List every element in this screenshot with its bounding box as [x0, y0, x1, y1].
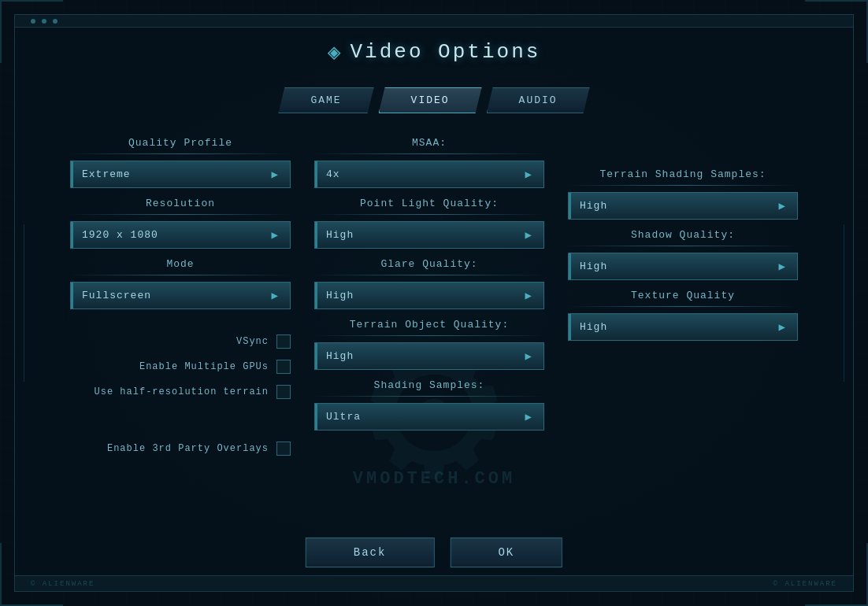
shadow-quality-dropdown[interactable]: High ▶	[568, 253, 798, 280]
quality-profile-label: Quality Profile	[70, 137, 291, 149]
mode-value: Fullscreen	[82, 290, 151, 301]
content-area: ◈ Video Options GAME VIDEO AUDIO Quality…	[15, 15, 853, 490]
main-window: ⚙ VMODTECH.COM ◈ Video Options GAME VIDE…	[14, 14, 854, 592]
texture-quality-label: Texture Quality	[568, 290, 798, 301]
terrain-shading-dropdown[interactable]: High ▶	[568, 192, 798, 220]
texture-quality-dropdown[interactable]: High ▶	[568, 313, 798, 341]
half-res-row: Use half-resolution terrain	[70, 385, 291, 399]
point-light-arrow: ▶	[525, 228, 532, 242]
terrain-object-dropdown[interactable]: High ▶	[314, 342, 544, 370]
right-divider-2	[568, 246, 798, 246]
back-button[interactable]: Back	[306, 538, 435, 567]
page-title: Video Options	[351, 40, 541, 64]
shadow-quality-value: High	[580, 261, 607, 272]
options-grid: Quality Profile Extreme ▶ Resolution 192…	[54, 137, 814, 467]
shadow-quality-arrow: ▶	[779, 260, 786, 273]
mode-arrow: ▶	[272, 289, 279, 302]
quality-profile-value: Extreme	[82, 168, 131, 180]
shading-samples-label: Shading Samples:	[314, 379, 544, 391]
multiple-gpus-label: Enable Multiple GPUs	[139, 361, 269, 372]
msaa-dropdown[interactable]: 4x ▶	[314, 161, 544, 188]
msaa-label: MSAA:	[314, 137, 544, 149]
vsync-checkbox[interactable]	[276, 334, 291, 349]
tab-video[interactable]: VIDEO	[379, 87, 482, 113]
tab-game[interactable]: GAME	[278, 87, 373, 113]
right-spacer-1	[568, 137, 798, 153]
spacer-1	[70, 319, 291, 334]
glare-label: Glare Quality:	[314, 258, 544, 270]
bottom-bar: © ALIENWARE © ALIENWARE	[15, 575, 853, 591]
bottom-bar-right: © ALIENWARE	[773, 580, 837, 588]
quality-profile-arrow: ▶	[272, 168, 279, 181]
third-party-checkbox[interactable]	[276, 442, 291, 456]
mid-divider-2	[314, 214, 544, 215]
quality-profile-dropdown[interactable]: Extreme ▶	[70, 161, 291, 188]
terrain-object-value: High	[326, 350, 354, 362]
vsync-label: VSync	[236, 336, 269, 347]
mode-label: Mode	[70, 258, 291, 270]
right-divider-3	[568, 306, 798, 307]
terrain-shading-label: Terrain Shading Samples:	[568, 168, 798, 180]
vsync-row: VSync	[70, 334, 291, 349]
glare-arrow: ▶	[525, 289, 532, 302]
tab-audio[interactable]: AUDIO	[487, 87, 590, 113]
point-light-label: Point Light Quality:	[314, 198, 544, 209]
terrain-object-label: Terrain Object Quality:	[314, 319, 544, 331]
right-column: Terrain Shading Samples: High ▶ Shadow Q…	[568, 137, 798, 467]
multiple-gpus-checkbox[interactable]	[276, 360, 291, 374]
resolution-dropdown[interactable]: 1920 x 1080 ▶	[70, 221, 291, 249]
texture-quality-value: High	[580, 321, 607, 333]
left-column: Quality Profile Extreme ▶ Resolution 192…	[70, 137, 291, 467]
msaa-value: 4x	[326, 168, 340, 180]
glare-dropdown[interactable]: High ▶	[314, 282, 544, 309]
right-spacer-2	[568, 153, 798, 168]
header: ◈ Video Options	[54, 39, 814, 65]
divider-2	[70, 214, 291, 215]
resolution-arrow: ▶	[272, 228, 279, 242]
terrain-shading-value: High	[580, 200, 607, 212]
point-light-dropdown[interactable]: High ▶	[314, 221, 544, 249]
mid-divider-3	[314, 275, 544, 275]
half-res-checkbox[interactable]	[276, 385, 291, 399]
right-divider-1	[568, 185, 798, 186]
third-party-label: Enable 3rd Party Overlays	[107, 443, 269, 454]
middle-column: MSAA: 4x ▶ Point Light Quality: High ▶ G…	[314, 137, 544, 467]
texture-quality-arrow: ▶	[779, 320, 786, 334]
mid-divider-4	[314, 335, 544, 336]
resolution-value: 1920 x 1080	[82, 229, 158, 241]
shading-samples-dropdown[interactable]: Ultra ▶	[314, 403, 544, 430]
video-options-icon: ◈	[328, 39, 341, 65]
bottom-buttons: Back OK	[306, 538, 562, 567]
mode-dropdown[interactable]: Fullscreen ▶	[70, 282, 291, 309]
mid-divider-1	[314, 153, 544, 154]
mid-divider-5	[314, 396, 544, 397]
spacer-3	[70, 426, 291, 442]
multiple-gpus-row: Enable Multiple GPUs	[70, 360, 291, 374]
bottom-bar-left: © ALIENWARE	[31, 580, 95, 588]
resolution-label: Resolution	[70, 198, 291, 209]
divider-1	[70, 153, 291, 154]
shading-samples-arrow: ▶	[525, 410, 532, 423]
shading-samples-value: Ultra	[326, 411, 361, 423]
spacer-2	[70, 410, 291, 426]
third-party-row: Enable 3rd Party Overlays	[70, 442, 291, 456]
terrain-object-arrow: ▶	[525, 349, 532, 363]
glare-value: High	[326, 290, 354, 301]
half-res-label: Use half-resolution terrain	[95, 386, 269, 397]
msaa-arrow: ▶	[525, 168, 532, 181]
shadow-quality-label: Shadow Quality:	[568, 229, 798, 241]
tab-bar: GAME VIDEO AUDIO	[54, 87, 814, 113]
ok-button[interactable]: OK	[450, 538, 562, 567]
divider-3	[70, 275, 291, 275]
point-light-value: High	[326, 229, 354, 241]
terrain-shading-arrow: ▶	[779, 199, 786, 212]
